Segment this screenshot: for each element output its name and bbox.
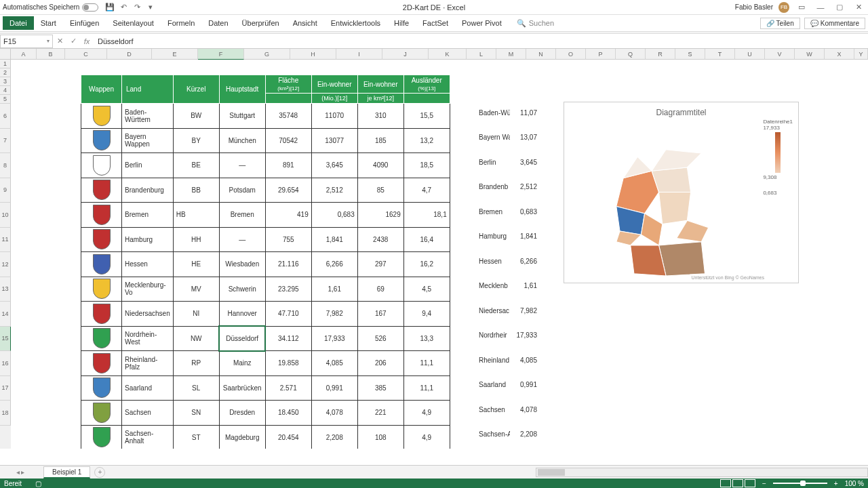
undo-icon[interactable]: ↶: [119, 3, 128, 12]
side-list-row[interactable]: Brandenb2,512: [479, 175, 537, 200]
row-header-17[interactable]: 17: [0, 376, 11, 401]
comments-button[interactable]: 💬 Kommentare: [804, 18, 865, 29]
table-row[interactable]: BremenHBBremen4190,683162918,1: [81, 203, 450, 228]
table-row[interactable]: Rheinland-PfalzRPMainz19.8584,08520611,1: [81, 351, 450, 376]
col-header-T[interactable]: T: [705, 49, 735, 60]
avatar[interactable]: FB: [778, 2, 789, 13]
col-header-C[interactable]: C: [65, 49, 107, 60]
col-header-E[interactable]: E: [152, 49, 198, 60]
side-list-row[interactable]: Sachsen-A2,208: [479, 422, 537, 447]
side-list-row[interactable]: Bremen0,683: [479, 199, 537, 224]
side-list-row[interactable]: Niedersac7,982: [479, 298, 537, 323]
zoom-in-icon[interactable]: +: [834, 480, 838, 487]
side-list-row[interactable]: Nordrheir17,933: [479, 323, 537, 348]
table-row[interactable]: SachsenSNDresden18.4504,0782214,9: [81, 401, 450, 426]
row-header-14[interactable]: 14: [0, 302, 11, 327]
col-header-Y[interactable]: Y: [854, 49, 868, 60]
user-name[interactable]: Fabio Basler: [735, 3, 773, 11]
table-row[interactable]: SaarlandSLSaarbrücken2.5710,99138511,1: [81, 375, 450, 401]
toggle-switch[interactable]: [82, 3, 98, 12]
row-header-18[interactable]: 18: [0, 401, 11, 426]
row-header-12[interactable]: 12: [0, 252, 11, 277]
col-header-Q[interactable]: Q: [616, 49, 646, 60]
autosave-toggle[interactable]: Automatisches Speichern: [3, 3, 98, 12]
col-header-O[interactable]: O: [556, 49, 586, 60]
tab-dev[interactable]: Entwicklertools: [324, 16, 387, 30]
row-header-15[interactable]: 15: [0, 327, 11, 352]
row-header-10[interactable]: 10: [0, 203, 11, 228]
row-header-16[interactable]: 16: [0, 351, 11, 376]
table-row[interactable]: HessenHEWiesbaden21.1166,26629716,2: [81, 252, 450, 277]
col-header-U[interactable]: U: [735, 49, 765, 60]
side-list-row[interactable]: Saarland0,991: [479, 373, 537, 398]
select-all-corner[interactable]: [0, 49, 11, 60]
row-header-7[interactable]: 7: [0, 129, 11, 154]
col-header-L[interactable]: L: [467, 49, 496, 60]
grid-main[interactable]: ABCDEFGHIJKLMNOPQRSTUVWXY WappenLandKürz…: [11, 49, 868, 449]
add-sheet-button[interactable]: +: [94, 467, 105, 478]
row-header-9[interactable]: 9: [0, 178, 11, 203]
table-row[interactable]: BerlinBE—8913,645409018,5: [81, 153, 450, 178]
ribbon-display-icon[interactable]: ▭: [795, 3, 808, 12]
macro-record-icon[interactable]: ▢: [35, 480, 41, 487]
zoom-level[interactable]: 100 %: [845, 480, 864, 487]
row-header-3[interactable]: 3: [0, 77, 11, 86]
col-header-F[interactable]: F: [198, 49, 244, 60]
view-pagebreak-icon[interactable]: [745, 479, 755, 487]
cancel-formula-icon[interactable]: ✕: [53, 37, 66, 45]
col-header-N[interactable]: N: [526, 49, 556, 60]
accept-formula-icon[interactable]: ✓: [66, 37, 80, 45]
tab-formulas[interactable]: Formeln: [161, 16, 201, 30]
formula-input[interactable]: Düsseldorf: [94, 37, 868, 45]
col-header-H[interactable]: H: [290, 49, 336, 60]
row-header-11[interactable]: 11: [0, 228, 11, 253]
col-header-S[interactable]: S: [675, 49, 705, 60]
tab-powerpivot[interactable]: Power Pivot: [455, 16, 509, 30]
table-row[interactable]: Mecklenburg-VoMVSchwerin23.2951,61694,5: [81, 277, 450, 302]
col-header-X[interactable]: X: [825, 49, 854, 60]
search-box[interactable]: 🔍 Suchen: [517, 19, 554, 28]
tab-help[interactable]: Hilfe: [387, 16, 416, 30]
side-list-row[interactable]: Rheinland4,085: [479, 348, 537, 373]
minimize-icon[interactable]: —: [814, 3, 827, 12]
side-list-row[interactable]: Hamburg1,841: [479, 224, 537, 249]
save-icon[interactable]: 💾: [105, 3, 115, 12]
col-header-M[interactable]: M: [496, 49, 526, 60]
scroll-thumb[interactable]: [538, 469, 565, 476]
table-row[interactable]: Nordrhein-WestNWDüsseldorf34.11217,93352…: [81, 326, 450, 351]
tab-start[interactable]: Start: [34, 16, 63, 30]
maximize-icon[interactable]: ▢: [833, 3, 846, 12]
row-header-5[interactable]: 5: [0, 95, 11, 104]
tab-data[interactable]: Daten: [201, 16, 235, 30]
tab-view[interactable]: Ansicht: [286, 16, 324, 30]
side-list-row[interactable]: Sachsen4,078: [479, 397, 537, 422]
zoom-slider[interactable]: [773, 483, 827, 484]
table-row[interactable]: Bayern WappenBYMünchen705421307718513,2: [81, 128, 450, 153]
row-header-1[interactable]: 1: [0, 60, 11, 68]
redo-icon[interactable]: ↷: [132, 3, 142, 12]
col-header-J[interactable]: J: [382, 49, 429, 60]
col-header-P[interactable]: P: [586, 49, 616, 60]
view-normal-icon[interactable]: [720, 479, 731, 487]
view-pagelayout-icon[interactable]: [732, 479, 743, 487]
col-header-W[interactable]: W: [795, 49, 825, 60]
horizontal-scrollbar[interactable]: [536, 468, 868, 477]
tab-insert[interactable]: Einfügen: [63, 16, 106, 30]
table-row[interactable]: Baden-WürttemBWStuttgart357481107031015,…: [81, 104, 450, 129]
chart[interactable]: Diagrammtitel Datenreihe1 17,933 9,308 0…: [564, 102, 799, 283]
tab-factset[interactable]: FactSet: [416, 16, 455, 30]
row-header-4[interactable]: 4: [0, 86, 11, 95]
col-header-I[interactable]: I: [336, 49, 382, 60]
table-row[interactable]: HamburgHH—7551,841243816,4: [81, 227, 450, 252]
table-row[interactable]: BrandenburgBBPotsdam29.6542,512854,7: [81, 178, 450, 203]
col-header-A[interactable]: A: [11, 49, 37, 60]
side-list-row[interactable]: Mecklenb1,61: [479, 274, 537, 299]
row-header-2[interactable]: 2: [0, 68, 11, 77]
side-list-row[interactable]: Berlin3,645: [479, 150, 537, 175]
col-header-V[interactable]: V: [765, 49, 795, 60]
customize-qat-icon[interactable]: ▾: [146, 3, 155, 12]
share-button[interactable]: 🔗 Teilen: [760, 18, 800, 29]
side-list-row[interactable]: Baden-Wü11,07: [479, 100, 537, 125]
col-header-R[interactable]: R: [646, 49, 675, 60]
tab-review[interactable]: Überprüfen: [235, 16, 286, 30]
